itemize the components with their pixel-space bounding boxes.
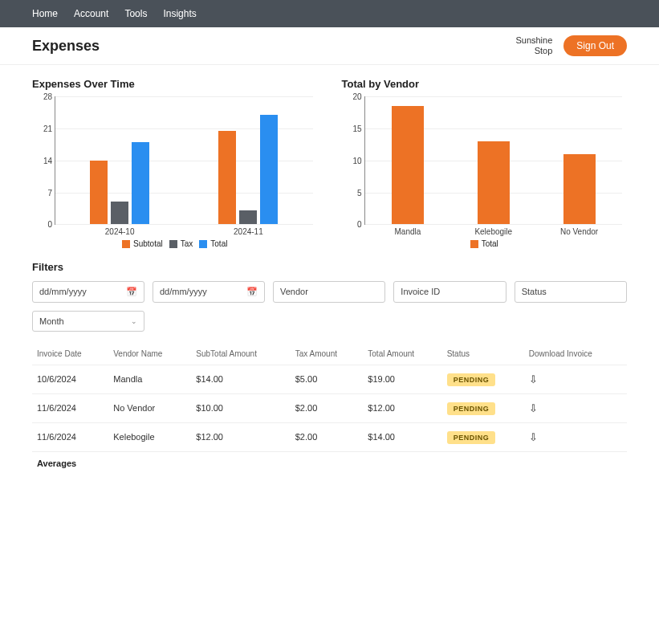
bar (132, 142, 149, 224)
ytick: 21 (33, 124, 52, 133)
legend-swatch (169, 240, 177, 248)
download-icon[interactable]: ⇩ (529, 431, 538, 443)
filter-group-by[interactable]: Month ⌄ (32, 311, 144, 332)
filter-status-placeholder: Status (522, 287, 547, 296)
filter-invoice-placeholder: Invoice ID (401, 287, 440, 296)
cell-status: PENDING (442, 393, 524, 422)
calendar-icon: 📅 (126, 287, 137, 297)
xlabel: Kelebogile (450, 224, 536, 236)
filter-date-to[interactable]: dd/mm/yyyy 📅 (153, 281, 265, 303)
cell-vendor: Mandla (108, 365, 191, 393)
th-tax[interactable]: Tax Amount (291, 343, 364, 365)
cell-tax: $5.00 (291, 365, 364, 393)
ytick: 14 (33, 156, 52, 165)
chart2-title: Total by Vendor (342, 78, 628, 90)
download-icon[interactable]: ⇩ (529, 373, 538, 385)
status-badge: PENDING (447, 402, 496, 415)
chart-expenses-over-time: Expenses Over Time 071421282024-102024-1… (32, 73, 318, 250)
ytick: 15 (343, 124, 362, 133)
cell-subtotal: $12.00 (191, 422, 290, 451)
cell-status: PENDING (442, 422, 524, 451)
user-line1: Sunshine (515, 35, 552, 46)
nav-insights[interactable]: Insights (163, 8, 196, 19)
legend-item: Total (470, 239, 498, 248)
cell-download: ⇩ (524, 422, 627, 451)
filter-vendor[interactable]: Vendor (273, 281, 385, 303)
xlabel: 2024-10 (55, 224, 184, 236)
bar (90, 161, 108, 225)
sign-out-button[interactable]: Sign Out (563, 35, 627, 56)
chart1-title: Expenses Over Time (32, 78, 318, 90)
table-row: 11/6/2024Kelebogile$12.00$2.00$14.00PEND… (32, 422, 627, 451)
xlabel: Mandla (365, 224, 451, 236)
cell-vendor: Kelebogile (108, 422, 191, 451)
page-header: Expenses Sunshine Stop Sign Out (0, 27, 659, 65)
date-from-value: dd/mm/yyyy (39, 287, 87, 296)
filters-title: Filters (32, 261, 627, 273)
cell-download: ⇩ (524, 365, 627, 393)
ytick: 0 (33, 220, 52, 229)
status-badge: PENDING (447, 373, 496, 386)
cell-total: $14.00 (363, 422, 441, 451)
ytick: 0 (343, 220, 362, 229)
cell-vendor: No Vendor (108, 393, 191, 422)
legend-item: Tax (169, 239, 193, 248)
legend-label: Total (210, 239, 227, 248)
filter-status[interactable]: Status (515, 281, 627, 303)
th-status[interactable]: Status (442, 343, 524, 365)
legend-item: Subtotal (122, 239, 163, 248)
th-vendor-name[interactable]: Vendor Name (108, 343, 191, 365)
filter-invoice-id[interactable]: Invoice ID (393, 281, 506, 303)
cell-tax: $2.00 (291, 393, 364, 422)
xlabel: No Vendor (536, 224, 622, 236)
ytick: 5 (343, 188, 362, 197)
bar (392, 106, 424, 224)
th-download[interactable]: Download Invoice (524, 343, 627, 365)
legend-swatch (199, 240, 207, 248)
table-row: 10/6/2024Mandla$14.00$5.00$19.00PENDING⇩ (32, 365, 627, 393)
bar (218, 131, 236, 224)
chart2-legend: Total (342, 239, 628, 250)
cell-status: PENDING (442, 365, 524, 393)
expenses-table: Invoice Date Vendor Name SubTotal Amount… (32, 343, 627, 452)
bar (239, 210, 257, 224)
filter-date-from[interactable]: dd/mm/yyyy 📅 (32, 281, 144, 303)
filter-vendor-placeholder: Vendor (280, 287, 308, 296)
legend-label: Tax (181, 239, 193, 248)
cell-download: ⇩ (524, 393, 627, 422)
ytick: 7 (33, 188, 52, 197)
nav-account[interactable]: Account (74, 8, 108, 19)
th-subtotal[interactable]: SubTotal Amount (191, 343, 290, 365)
cell-date: 11/6/2024 (32, 393, 108, 422)
cell-date: 11/6/2024 (32, 422, 108, 451)
chart-total-by-vendor: Total by Vendor 05101520MandlaKelebogile… (342, 73, 628, 250)
cell-date: 10/6/2024 (32, 365, 108, 393)
user-line2: Stop (515, 46, 552, 56)
legend-label: Total (482, 239, 498, 248)
chart1-legend: SubtotalTaxTotal (32, 239, 318, 250)
averages-row: Averages (32, 452, 627, 475)
th-total[interactable]: Total Amount (363, 343, 441, 365)
cell-total: $19.00 (363, 365, 441, 393)
th-invoice-date[interactable]: Invoice Date (32, 343, 108, 365)
nav-tools[interactable]: Tools (124, 8, 147, 19)
group-by-value: Month (39, 316, 64, 326)
cell-subtotal: $10.00 (191, 393, 290, 422)
ytick: 28 (33, 92, 52, 101)
legend-swatch (470, 240, 478, 248)
bar (563, 154, 596, 224)
cell-tax: $2.00 (291, 422, 364, 451)
navbar: Home Account Tools Insights (0, 0, 659, 27)
download-icon[interactable]: ⇩ (529, 402, 538, 414)
cell-subtotal: $14.00 (191, 365, 290, 393)
nav-home[interactable]: Home (32, 8, 58, 19)
legend-swatch (122, 240, 130, 248)
bar (111, 202, 128, 224)
user-label: Sunshine Stop (515, 35, 552, 56)
chevron-down-icon: ⌄ (131, 317, 137, 325)
calendar-icon: 📅 (246, 287, 258, 297)
ytick: 10 (343, 156, 362, 165)
xlabel: 2024-11 (184, 224, 312, 236)
legend-item: Total (199, 239, 227, 248)
table-row: 11/6/2024No Vendor$10.00$2.00$12.00PENDI… (32, 393, 627, 422)
